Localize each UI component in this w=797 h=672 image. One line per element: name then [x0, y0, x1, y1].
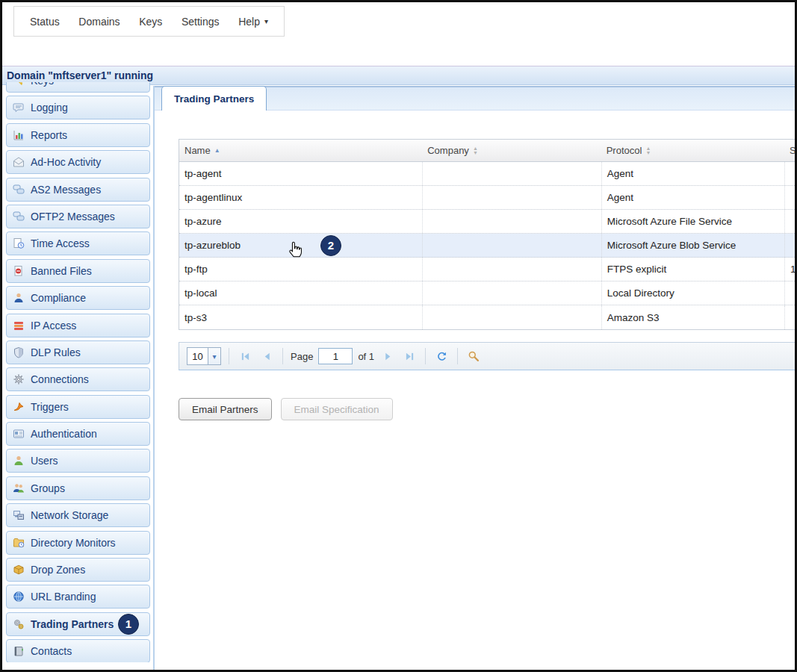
trading-partners-table: Name▲Company▲▼Protocol▲▼Se tp-agentAgent…	[179, 139, 795, 330]
sidebar-item-label: IP Access	[31, 320, 76, 332]
url-branding-icon	[13, 591, 25, 603]
column-header-company[interactable]: Company▲▼	[422, 140, 601, 161]
trading-partners-icon	[13, 618, 25, 630]
sidebar-item-banned-files[interactable]: Banned Files	[6, 259, 150, 283]
prev-page-button[interactable]	[258, 348, 275, 364]
page-size-select[interactable]: 10 ▾	[187, 347, 221, 365]
sidebar-item-compliance[interactable]: Compliance	[6, 286, 150, 310]
sort-asc-icon: ▲	[214, 147, 220, 154]
table-row-tp-agent[interactable]: tp-agentAgent	[179, 162, 795, 186]
sidebar-item-label: Ad-Hoc Activity	[31, 156, 101, 168]
table-row-tp-ftp[interactable]: tp-ftpFTPS explicit17	[179, 258, 795, 281]
menu-item-label: Help	[238, 16, 260, 28]
sidebar-item-network-storage[interactable]: Network Storage	[6, 503, 150, 527]
sidebar-item-oftp2-messages[interactable]: OFTP2 Messages	[6, 205, 150, 228]
column-header-label: Name	[184, 145, 211, 156]
tab-trading-partners[interactable]: Trading Partners	[161, 86, 267, 111]
sidebar-item-label: Network Storage	[31, 509, 108, 521]
logging-icon	[13, 102, 25, 113]
first-page-icon	[241, 352, 250, 361]
sidebar-item-time-access[interactable]: Time Access	[6, 231, 150, 255]
table-row-tp-azure[interactable]: tp-azureMicrosoft Azure File Service	[179, 210, 795, 234]
time-access-icon	[13, 237, 25, 249]
cell	[422, 210, 601, 233]
sidebar-item-label: Keys	[31, 82, 54, 87]
domain-status-text: Domain "mftserver1" running	[7, 69, 153, 81]
sidebar-item-as2-messages[interactable]: AS2 Messages	[6, 178, 150, 202]
sidebar-item-connections[interactable]: Connections	[6, 367, 150, 391]
pagination-toolbar: 10 ▾ Page of 1	[179, 342, 795, 370]
cell	[784, 281, 795, 305]
next-page-icon	[383, 352, 393, 361]
ip-access-icon	[13, 320, 25, 332]
directory-monitors-icon	[13, 537, 25, 549]
email-specification-button[interactable]: Email Specification	[281, 398, 393, 420]
sidebar-item-label: Time Access	[31, 237, 90, 249]
sidebar-item-url-branding[interactable]: URL Branding	[6, 585, 150, 609]
menu-item-status[interactable]: Status	[30, 16, 60, 28]
table-body: tp-agentAgenttp-agentlinuxAgenttp-azureM…	[179, 162, 795, 329]
page-number-input[interactable]	[318, 348, 353, 364]
cell	[784, 305, 795, 329]
sidebar-item-reports[interactable]: Reports	[6, 123, 150, 147]
search-icon	[468, 350, 480, 362]
sort-both-icon: ▲▼	[473, 146, 478, 155]
next-page-button[interactable]	[379, 348, 396, 364]
table-row-tp-local[interactable]: tp-localLocal Directory	[179, 281, 795, 305]
cell	[784, 210, 795, 233]
sidebar-item-ad-hoc-activity[interactable]: Ad-Hoc Activity	[6, 150, 150, 174]
sidebar-item-authentication[interactable]: Authentication	[6, 422, 150, 446]
sidebar-item-users[interactable]: Users	[6, 449, 150, 473]
page-count-label: of 1	[358, 351, 374, 362]
table-row-tp-agentlinux[interactable]: tp-agentlinuxAgent	[179, 186, 795, 210]
sidebar-item-label: Trading Partners	[31, 618, 114, 630]
sidebar-item-logging[interactable]: Logging	[6, 96, 150, 119]
sidebar-item-triggers[interactable]: Triggers	[6, 395, 150, 419]
main-panel: Trading Partners Name▲Company▲▼Protocol▲…	[153, 86, 795, 670]
sidebar-item-groups[interactable]: Groups	[6, 476, 150, 500]
sidebar-item-ip-access[interactable]: IP Access	[6, 314, 150, 337]
menu-item-settings[interactable]: Settings	[182, 16, 220, 28]
menu-item-domains[interactable]: Domains	[78, 16, 120, 28]
cell: 17	[784, 258, 795, 281]
last-page-icon	[405, 352, 415, 361]
cell: tp-s3	[179, 305, 422, 329]
as2-messages-icon	[13, 184, 25, 196]
sidebar-item-drop-zones[interactable]: Drop Zones	[6, 558, 150, 582]
compliance-icon	[13, 292, 25, 304]
sidebar: KeysLoggingReportsAd-Hoc ActivityAS2 Mes…	[6, 82, 150, 662]
cell	[422, 186, 601, 209]
sidebar-item-dlp-rules[interactable]: DLP Rules	[6, 340, 150, 364]
sidebar-item-label: Compliance	[31, 292, 86, 304]
sidebar-item-contacts[interactable]: Contacts	[6, 639, 150, 662]
menu-item-keys[interactable]: Keys	[139, 16, 162, 28]
email-partners-button[interactable]: Email Partners	[179, 398, 272, 420]
search-button[interactable]	[465, 348, 482, 364]
app-window: StatusDomainsKeysSettingsHelp▾ Domain "m…	[0, 0, 797, 672]
table-row-tp-azureblob[interactable]: tp-azureblobMicrosoft Azure Blob Service…	[179, 234, 795, 258]
refresh-button[interactable]	[433, 348, 450, 364]
cell: tp-agentlinux	[179, 186, 422, 209]
sidebar-item-keys[interactable]: Keys	[6, 82, 150, 93]
contacts-icon	[13, 645, 25, 657]
refresh-icon	[436, 351, 447, 362]
column-header-name[interactable]: Name▲	[179, 140, 422, 161]
first-page-button[interactable]	[237, 348, 253, 364]
sidebar-item-label: Reports	[31, 129, 67, 141]
sidebar-item-label: Drop Zones	[31, 564, 85, 576]
sidebar-item-label: Banned Files	[31, 265, 92, 277]
hand-pointer-cursor	[286, 241, 303, 262]
cell	[422, 258, 601, 281]
sidebar-item-directory-monitors[interactable]: Directory Monitors	[6, 531, 150, 555]
last-page-button[interactable]	[401, 348, 418, 364]
key-icon	[13, 82, 25, 87]
action-buttons: Email Partners Email Specification	[179, 398, 393, 420]
column-header-se[interactable]: Se	[784, 140, 795, 161]
sidebar-item-trading-partners[interactable]: Trading Partners1	[6, 612, 150, 636]
table-row-tp-s3[interactable]: tp-s3Amazon S3	[179, 305, 795, 329]
divider	[425, 348, 426, 364]
column-header-protocol[interactable]: Protocol▲▼	[601, 140, 784, 161]
drop-zones-icon	[13, 564, 25, 576]
page-label: Page	[291, 351, 313, 362]
menu-item-help[interactable]: Help▾	[238, 16, 268, 28]
